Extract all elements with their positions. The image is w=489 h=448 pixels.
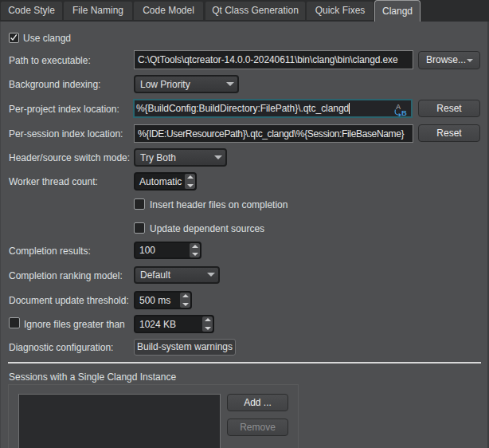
svg-text:B: B (401, 108, 407, 117)
svg-text:A: A (396, 103, 401, 111)
